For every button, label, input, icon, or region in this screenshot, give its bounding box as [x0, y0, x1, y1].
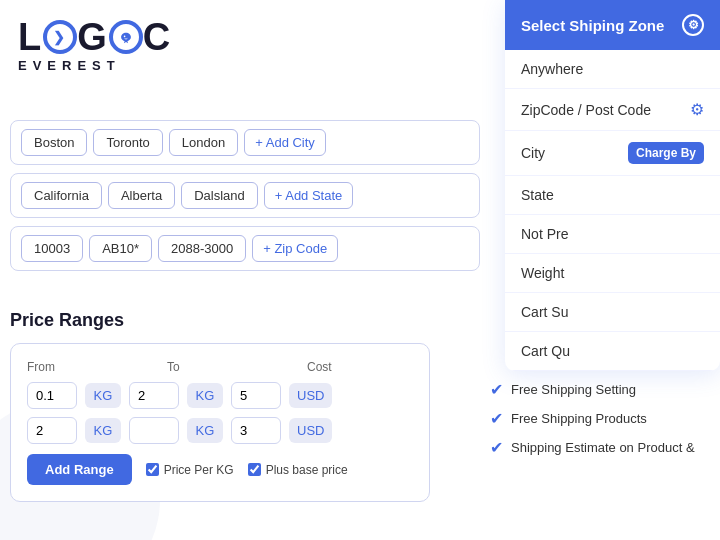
add-city-button[interactable]: + Add City	[244, 129, 326, 156]
dropdown-settings-icon[interactable]: ⚙	[682, 14, 704, 36]
check-label-1: Free Shipping Setting	[511, 382, 636, 397]
dropdown-item-city[interactable]: City Charge By	[505, 131, 720, 176]
to-input-1[interactable]	[129, 382, 179, 409]
cartsu-label: Cart Su	[521, 304, 568, 320]
check-label-3: Shipping Estimate on Product &	[511, 440, 695, 455]
price-per-kg-label: Price Per KG	[164, 463, 234, 477]
col-from: From	[27, 360, 107, 374]
dropdown-item-state[interactable]: State	[505, 176, 720, 215]
col-to: To	[167, 360, 247, 374]
logo-text: L ❯ G C	[18, 18, 172, 56]
charge-by-button[interactable]: Charge By	[628, 142, 704, 164]
city-tag-boston[interactable]: Boston	[21, 129, 87, 156]
state-tag-alberta[interactable]: Alberta	[108, 182, 175, 209]
zipcode-gear-icon: ⚙	[690, 100, 704, 119]
add-state-button[interactable]: + Add State	[264, 182, 354, 209]
check-item-1: ✔ Free Shipping Setting	[490, 380, 710, 399]
state-label: State	[521, 187, 554, 203]
price-row-2: KG KG USD	[27, 417, 413, 444]
add-zip-button[interactable]: + Zip Code	[252, 235, 338, 262]
weight-label: Weight	[521, 265, 564, 281]
plus-base-price-input[interactable]	[248, 463, 261, 476]
to-input-2[interactable]	[129, 417, 179, 444]
from-unit-1: KG	[85, 383, 121, 408]
check-item-3: ✔ Shipping Estimate on Product &	[490, 438, 710, 457]
dropdown-item-cartqu[interactable]: Cart Qu	[505, 332, 720, 371]
logo-O2	[109, 20, 143, 54]
price-per-kg-input[interactable]	[146, 463, 159, 476]
plus-base-price-label: Plus base price	[266, 463, 348, 477]
dropdown-item-notpre[interactable]: Not Pre	[505, 215, 720, 254]
from-input-1[interactable]	[27, 382, 77, 409]
logo-C: C	[143, 18, 172, 56]
checkmark-icon-2: ✔	[490, 409, 503, 428]
checkmark-icon-1: ✔	[490, 380, 503, 399]
zipcode-label: ZipCode / Post Code	[521, 102, 651, 118]
price-title: Price Ranges	[10, 310, 450, 331]
state-tag-california[interactable]: California	[21, 182, 102, 209]
tags-section: Boston Toronto London + Add City Califor…	[10, 120, 480, 279]
cities-row: Boston Toronto London + Add City	[10, 120, 480, 165]
price-header: From To Cost	[27, 360, 413, 374]
dropdown-item-anywhere[interactable]: Anywhere	[505, 50, 720, 89]
to-unit-2: KG	[187, 418, 223, 443]
price-row-1: KG KG USD	[27, 382, 413, 409]
zip-tag-2[interactable]: AB10*	[89, 235, 152, 262]
check-item-2: ✔ Free Shipping Products	[490, 409, 710, 428]
city-label: City	[521, 145, 545, 161]
logo-circle2	[109, 20, 143, 54]
bird-icon	[119, 30, 133, 44]
shipping-zone-dropdown: Select Shiping Zone ⚙ Anywhere ZipCode /…	[505, 0, 720, 371]
cost-input-2[interactable]	[231, 417, 281, 444]
zip-tag-1[interactable]: 10003	[21, 235, 83, 262]
checkmark-icon-3: ✔	[490, 438, 503, 457]
notpre-label: Not Pre	[521, 226, 568, 242]
dropdown-item-cartsu[interactable]: Cart Su	[505, 293, 720, 332]
dropdown-item-weight[interactable]: Weight	[505, 254, 720, 293]
dropdown-item-zipcode[interactable]: ZipCode / Post Code ⚙	[505, 89, 720, 131]
cartqu-label: Cart Qu	[521, 343, 570, 359]
logo-area: L ❯ G C EVEREST	[18, 18, 172, 73]
price-per-kg-checkbox[interactable]: Price Per KG	[146, 463, 234, 477]
to-unit-1: KG	[187, 383, 223, 408]
svg-point-0	[124, 35, 126, 37]
cost-unit-1: USD	[289, 383, 332, 408]
logo-O1: ❯	[43, 20, 77, 54]
price-box: From To Cost KG KG USD KG KG USD Add Ran…	[10, 343, 430, 502]
states-row: California Alberta Dalsland + Add State	[10, 173, 480, 218]
city-tag-london[interactable]: London	[169, 129, 238, 156]
anywhere-label: Anywhere	[521, 61, 583, 77]
check-label-2: Free Shipping Products	[511, 411, 647, 426]
logo-subtitle: EVEREST	[18, 58, 121, 73]
checks-section: ✔ Free Shipping Setting ✔ Free Shipping …	[490, 380, 710, 467]
logo-G: G	[77, 18, 109, 56]
dropdown-title: Select Shiping Zone	[521, 17, 664, 34]
logo-circle: ❯	[43, 20, 77, 54]
col-cost: Cost	[307, 360, 367, 374]
city-tag-toronto[interactable]: Toronto	[93, 129, 162, 156]
price-section: Price Ranges From To Cost KG KG USD KG K…	[10, 310, 450, 502]
zip-tag-3[interactable]: 2088-3000	[158, 235, 246, 262]
add-range-button[interactable]: Add Range	[27, 454, 132, 485]
from-unit-2: KG	[85, 418, 121, 443]
logo-L: L	[18, 18, 43, 56]
dropdown-header[interactable]: Select Shiping Zone ⚙	[505, 0, 720, 50]
price-footer: Add Range Price Per KG Plus base price	[27, 454, 413, 485]
from-input-2[interactable]	[27, 417, 77, 444]
logo-bird-icon: ❯	[53, 30, 67, 44]
cost-unit-2: USD	[289, 418, 332, 443]
cost-input-1[interactable]	[231, 382, 281, 409]
state-tag-dalsland[interactable]: Dalsland	[181, 182, 258, 209]
zipcodes-row: 10003 AB10* 2088-3000 + Zip Code	[10, 226, 480, 271]
plus-base-price-checkbox[interactable]: Plus base price	[248, 463, 348, 477]
